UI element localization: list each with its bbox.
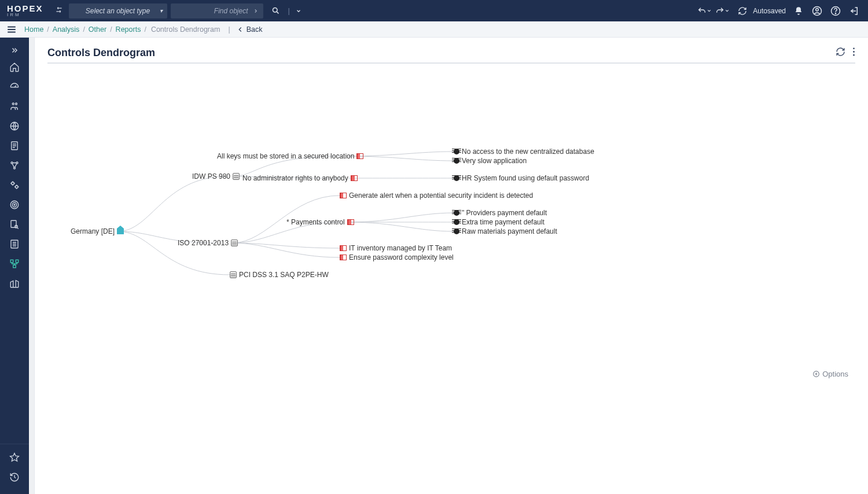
node-pwd[interactable]: Ensure password complexity level [340, 253, 454, 261]
svg-point-12 [12, 182, 14, 185]
svg-rect-22 [13, 265, 16, 268]
nav-home-icon[interactable] [0, 57, 29, 77]
search-group: | [267, 3, 304, 19]
svg-point-16 [14, 204, 15, 205]
breadcrumb-reports[interactable]: Reports [116, 25, 141, 34]
svg-point-0 [273, 8, 278, 13]
bug-icon [454, 158, 459, 164]
node-alert[interactable]: Generate alert when a potential security… [340, 191, 533, 200]
autosaved-label: Autosaved [753, 7, 786, 15]
bell-icon[interactable] [790, 3, 807, 19]
nav-list-icon[interactable] [0, 234, 29, 254]
bug-icon [454, 228, 459, 234]
breadcrumb-analysis[interactable]: Analysis [53, 25, 80, 34]
refresh-page-icon[interactable] [836, 47, 845, 59]
node-root-label: Germany [DE] [71, 227, 115, 235]
nav-globe-icon[interactable] [0, 116, 29, 136]
leaf-x3[interactable]: HR System found using default password [454, 174, 589, 182]
leaf-x4[interactable]: " Providers payment default [454, 209, 547, 217]
svg-point-24 [853, 51, 855, 53]
leaf-x1[interactable]: No access to the new centralized databas… [454, 148, 594, 156]
crumb-divider: | [228, 25, 230, 34]
help-icon[interactable] [827, 3, 844, 19]
sidebar [0, 38, 29, 494]
node-root[interactable]: Germany [DE] [71, 227, 124, 235]
node-itinv[interactable]: IT inventory managed by IT Team [340, 244, 452, 252]
crumb-sep: / [110, 25, 112, 34]
svg-point-5 [12, 103, 14, 105]
favorites-icon[interactable] [0, 448, 29, 467]
breadcrumb-home[interactable]: Home [24, 25, 43, 34]
topbar: HOPEX IRM Select an object type ▾ Find o… [0, 0, 868, 21]
app-name: HOPEX [7, 4, 43, 13]
nav-org-icon[interactable] [0, 97, 29, 116]
bug-icon [454, 175, 459, 181]
node-keys[interactable]: All keys must be stored in a secured loc… [217, 152, 363, 160]
flag-icon [356, 153, 363, 159]
more-options-icon[interactable] [852, 47, 855, 59]
back-button[interactable]: Back [236, 25, 263, 34]
swap-icon[interactable] [55, 6, 63, 16]
node-iso[interactable]: ISO 27001-2013 [178, 239, 238, 247]
svg-point-9 [11, 162, 13, 164]
leaf-x2[interactable]: Very slow application [454, 157, 527, 165]
flag-icon [340, 193, 347, 198]
search-options-chevron-icon[interactable] [294, 3, 303, 19]
leaf-x3-label: HR System found using default password [462, 174, 589, 182]
nav-building-icon[interactable] [0, 274, 29, 293]
nav-document-icon[interactable] [0, 136, 29, 156]
page-header: Controls Dendrogram [47, 47, 855, 64]
leaf-x5[interactable]: Extra time payment default [454, 218, 545, 226]
nav-radar-icon[interactable] [0, 195, 29, 215]
flag-icon [340, 245, 347, 251]
expand-sidebar-icon[interactable] [0, 43, 29, 57]
search-icon[interactable] [268, 3, 284, 19]
bug-icon [454, 219, 459, 225]
logout-icon[interactable] [846, 3, 862, 19]
node-idw[interactable]: IDW PS 980 [192, 172, 240, 180]
dendrogram-connectors [47, 64, 858, 411]
app-sub: IRM [7, 13, 43, 17]
crumb-sep: / [83, 25, 84, 34]
find-object-input[interactable]: Find object [171, 3, 263, 19]
svg-point-4 [835, 13, 836, 13]
crumb-sep: / [47, 25, 49, 34]
node-payments-label: * Payments control [286, 218, 345, 226]
object-type-select[interactable]: Select an object type ▾ [69, 3, 167, 19]
nav-tree-icon[interactable] [0, 254, 29, 274]
bug-icon [454, 149, 459, 154]
svg-rect-17 [11, 220, 16, 227]
svg-point-11 [14, 167, 16, 169]
svg-point-2 [816, 8, 819, 11]
options-label: Options [822, 370, 848, 378]
history-icon[interactable] [0, 467, 29, 487]
scale-icon [230, 271, 237, 278]
leaf-x4-label: " Providers payment default [462, 209, 547, 217]
breadcrumb-other[interactable]: Other [89, 25, 106, 34]
page-actions [836, 47, 855, 59]
user-icon[interactable] [809, 3, 825, 19]
node-admin[interactable]: No administrator rights to anybody [242, 174, 358, 182]
refresh-icon[interactable] [734, 3, 751, 19]
redo-button[interactable] [715, 6, 730, 16]
main: Controls Dendrogram [0, 38, 868, 494]
node-pci[interactable]: PCI DSS 3.1 SAQ P2PE-HW [230, 271, 329, 279]
nav-link-icon[interactable] [0, 156, 29, 175]
vertical-separator [29, 38, 35, 494]
hamburger-icon[interactable] [0, 24, 23, 35]
nav-gears-icon[interactable] [0, 175, 29, 195]
svg-point-10 [16, 162, 18, 164]
leaf-x6[interactable]: Raw materials payment default [454, 227, 557, 235]
bug-icon [454, 210, 459, 216]
dendrogram-diagram[interactable]: Germany [DE] IDW PS 980 ISO 27001-2013 P… [47, 64, 855, 494]
options-button[interactable]: Options [812, 370, 848, 378]
flag-icon [347, 219, 354, 225]
leaf-x5-label: Extra time payment default [462, 218, 545, 226]
svg-point-6 [16, 103, 17, 105]
svg-point-25 [853, 54, 855, 56]
svg-point-14 [10, 201, 19, 209]
nav-dashboard-icon[interactable] [0, 77, 29, 97]
undo-button[interactable] [697, 6, 712, 16]
nav-search-doc-icon[interactable] [0, 215, 29, 234]
node-payments[interactable]: * Payments control [286, 218, 354, 226]
